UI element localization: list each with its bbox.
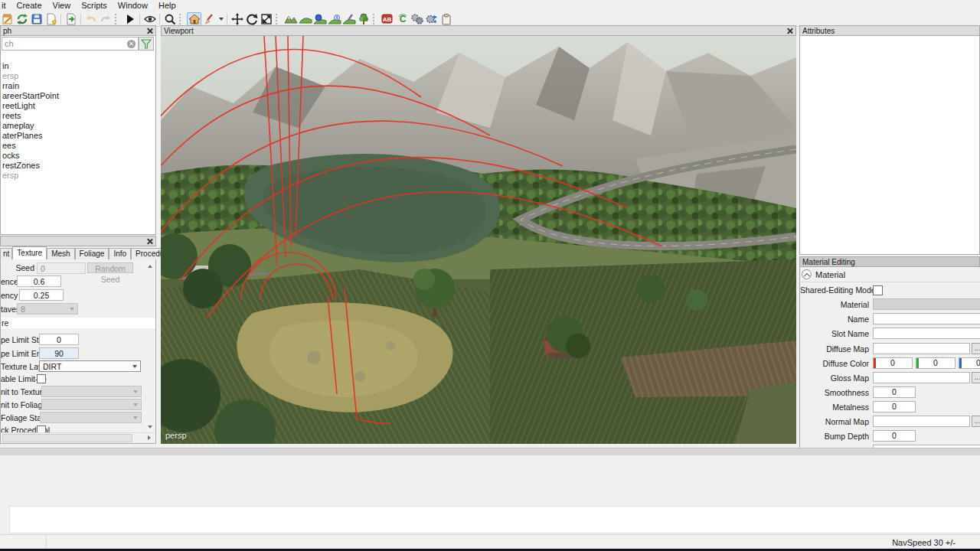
persistence-field[interactable]: 0.6 <box>17 276 61 287</box>
toolbar-grip[interactable] <box>276 14 281 24</box>
viewport-3d-scene[interactable]: persp <box>161 36 796 444</box>
tree-node[interactable]: rrain <box>2 81 19 91</box>
material-field[interactable] <box>873 298 980 310</box>
tree-node[interactable]: reetLight <box>2 101 35 111</box>
smoothness-field[interactable]: 0 <box>873 386 916 398</box>
normal-map-browse-button[interactable]: ... <box>972 416 980 427</box>
clear-search-icon[interactable] <box>127 40 136 48</box>
shared-editing-checkbox[interactable] <box>873 285 883 295</box>
gloss-map-browse-button[interactable]: ... <box>972 372 980 383</box>
menu-view[interactable]: View <box>47 0 77 11</box>
tree-node[interactable]: ameplay <box>2 121 34 131</box>
slope-start-field[interactable]: 0 <box>39 334 79 345</box>
terrain-paint-pen-icon[interactable] <box>341 12 356 26</box>
foliage-state-combo[interactable] <box>40 412 142 423</box>
enable-limit-checkbox[interactable] <box>37 374 46 383</box>
menu-help[interactable]: Help <box>153 0 181 11</box>
green-channel-bar <box>916 358 919 368</box>
toolbar-grip[interactable] <box>115 14 120 24</box>
tree-node[interactable]: areerStartPoint <box>2 91 59 101</box>
tree-node[interactable]: ocks <box>2 151 20 161</box>
bump-depth-field[interactable]: 0 <box>873 430 916 442</box>
tab-mesh[interactable]: Mesh <box>47 248 74 259</box>
frame-house-icon[interactable] <box>187 12 201 26</box>
search-input[interactable]: ch <box>2 37 139 51</box>
menu-scripts[interactable]: Scripts <box>76 0 113 11</box>
menu-window[interactable]: Window <box>113 0 153 11</box>
slot-name-field[interactable] <box>873 328 980 339</box>
tree-node[interactable]: restZones <box>2 161 40 171</box>
scale-tool-icon[interactable] <box>259 12 273 26</box>
filter-button[interactable] <box>139 37 154 51</box>
scroll-right-button[interactable] <box>145 434 153 442</box>
material-section-row[interactable]: Material <box>802 269 845 279</box>
diffuse-map-browse-button[interactable]: ... <box>972 343 980 354</box>
limit-foliage-combo[interactable] <box>41 399 142 410</box>
normal-map-field[interactable] <box>873 416 970 427</box>
limit-texture-combo[interactable] <box>41 386 142 397</box>
diffuse-map-field[interactable] <box>873 343 970 354</box>
close-icon[interactable] <box>786 28 793 34</box>
visibility-eye-icon[interactable] <box>142 12 157 26</box>
tree-node[interactable]: reets <box>2 111 21 121</box>
menu-create[interactable]: Create <box>11 0 47 11</box>
gloss-map-field[interactable] <box>873 372 970 383</box>
frequency-field[interactable]: 0.25 <box>19 289 64 301</box>
name-field[interactable] <box>873 313 980 324</box>
undo-icon[interactable] <box>83 12 98 26</box>
scroll-up-button[interactable] <box>145 262 154 270</box>
text-replace-icon[interactable]: AB <box>381 12 395 26</box>
tree-node[interactable]: ersp <box>2 71 18 81</box>
collapse-icon[interactable] <box>802 269 812 279</box>
terrain-sculpt-icon[interactable] <box>283 12 298 26</box>
convert-circle-icon[interactable]: C <box>395 12 410 26</box>
texture-layer-combo[interactable]: DIRT <box>39 360 141 372</box>
seed-field[interactable]: 0 <box>37 262 86 274</box>
terrain-paint-info-icon[interactable] <box>327 12 341 26</box>
new-file-icon[interactable] <box>44 12 58 26</box>
h-scrollbar[interactable] <box>2 432 155 442</box>
redo-icon[interactable] <box>98 12 113 26</box>
close-icon[interactable] <box>146 28 153 34</box>
tree-node[interactable]: in <box>2 61 9 71</box>
foliage-tree-icon[interactable] <box>356 12 371 26</box>
log-output-area[interactable] <box>9 506 980 533</box>
tab-paint-fragment[interactable]: nt <box>0 248 12 259</box>
tree-node[interactable]: aterPlanes <box>2 131 43 141</box>
tree-node[interactable]: ersp <box>2 171 18 181</box>
toolbar-grip[interactable] <box>179 14 185 24</box>
h-scrollbar-thumb[interactable] <box>2 434 132 442</box>
edit-scene-icon[interactable] <box>0 12 15 26</box>
slope-end-field[interactable]: 90 <box>39 347 79 359</box>
close-icon[interactable] <box>146 238 153 245</box>
move-tool-icon[interactable] <box>230 12 244 26</box>
zoom-magnifier-icon[interactable] <box>162 12 177 26</box>
octaves-combo[interactable]: 8 <box>17 303 78 315</box>
tab-foliage[interactable]: Foliage <box>75 248 109 259</box>
rotate-tool-icon[interactable] <box>244 12 259 26</box>
scenegraph-header: ph <box>0 25 156 36</box>
slope-start-label: pe Limit Start <box>1 334 36 345</box>
brush-dropdown-icon[interactable] <box>216 12 224 26</box>
tab-info[interactable]: Info <box>109 248 131 259</box>
menu-edit-fragment[interactable]: it <box>0 0 11 11</box>
diffuse-color-b-field[interactable]: 0 <box>959 357 980 369</box>
paint-brush-icon[interactable] <box>201 12 216 26</box>
play-icon[interactable] <box>122 12 137 26</box>
metalness-field[interactable]: 0 <box>873 401 916 412</box>
scroll-down-button[interactable] <box>145 422 154 431</box>
random-seed-button[interactable]: Random Seed <box>87 262 133 273</box>
gear-update-icon[interactable] <box>424 12 439 26</box>
diffuse-color-g-field[interactable]: 0 <box>916 357 956 369</box>
terrain-paint-ball-icon[interactable] <box>312 12 327 26</box>
tree-node[interactable]: ees <box>2 141 16 151</box>
import-file-icon[interactable] <box>64 12 78 26</box>
reload-icon[interactable] <box>15 12 29 26</box>
save-icon[interactable] <box>29 12 44 26</box>
terrain-smooth-icon[interactable] <box>298 12 312 26</box>
gears-icon[interactable] <box>410 12 424 26</box>
toolbar-grip[interactable] <box>373 14 378 24</box>
diffuse-color-r-field[interactable]: 0 <box>873 357 913 369</box>
tab-texture[interactable]: Texture <box>12 246 47 259</box>
clipboard-icon[interactable] <box>439 12 453 26</box>
